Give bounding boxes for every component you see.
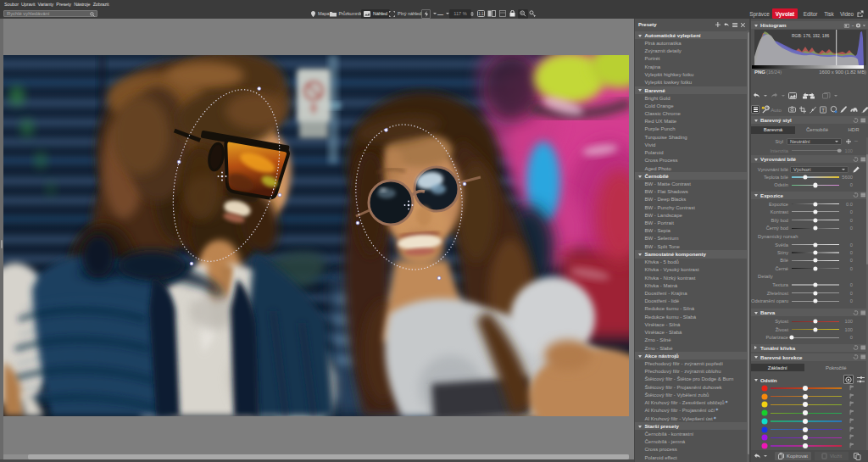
svg-text:1:1: 1:1 xyxy=(478,12,484,16)
svg-text:RGB: 176, 192, 186: RGB: 176, 192, 186 xyxy=(792,33,829,38)
svg-text:T: T xyxy=(821,107,825,112)
